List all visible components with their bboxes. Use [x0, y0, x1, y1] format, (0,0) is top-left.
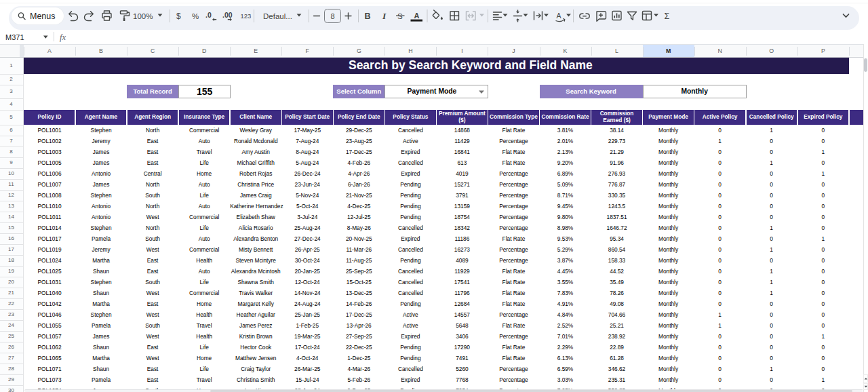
- svg-text:Defaul...: Defaul...: [263, 12, 292, 20]
- svg-text:100%: 100%: [133, 12, 153, 20]
- svg-text:$: $: [176, 12, 181, 21]
- svg-text:B: B: [365, 12, 371, 21]
- svg-text:.0: .0: [205, 11, 212, 19]
- svg-text:A: A: [414, 12, 420, 20]
- svg-text:S: S: [397, 12, 403, 20]
- svg-text:.00: .00: [222, 11, 233, 19]
- svg-text:%: %: [192, 12, 199, 20]
- svg-text:8: 8: [331, 12, 335, 20]
- svg-text:A: A: [557, 12, 561, 20]
- svg-text:Σ: Σ: [665, 12, 670, 21]
- svg-text:123: 123: [241, 12, 252, 20]
- svg-text:I: I: [382, 11, 387, 21]
